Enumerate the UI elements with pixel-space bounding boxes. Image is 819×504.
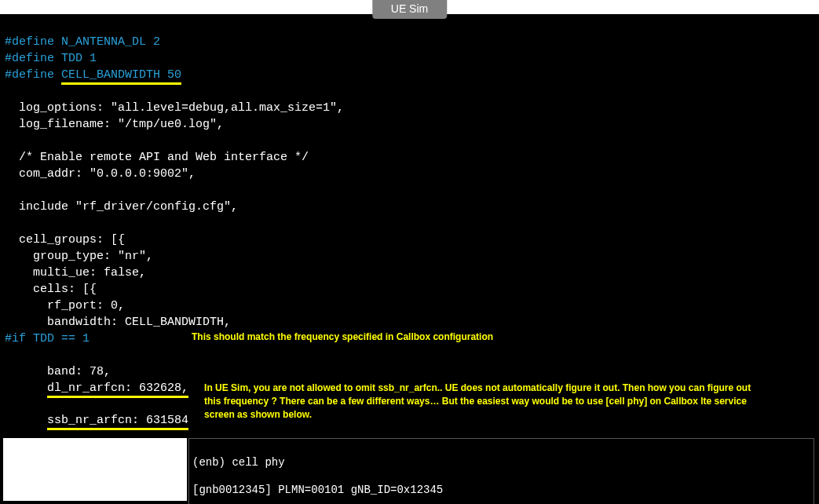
define-cell-bw-pre: #define	[5, 68, 61, 82]
multi-ue: multi_ue: false,	[5, 266, 146, 279]
code-block: #define N_ANTENNA_DL 2 #define TDD 1 #de…	[0, 14, 819, 462]
ssb-arfcn-pre	[5, 414, 47, 427]
cli-prompt: (enb) cell phy	[192, 456, 810, 469]
annotation-freq-match: This should match the frequency specifie…	[90, 331, 493, 344]
define-n-antenna: #define N_ANTENNA_DL 2	[5, 35, 160, 49]
include-line: include "rf_driver/config.cfg",	[5, 200, 238, 214]
com-addr: com_addr: "0.0.0.0:9002",	[5, 167, 196, 181]
bandwidth: bandwidth: CELL_BANDWIDTH,	[5, 316, 231, 329]
if-tdd: #if TDD == 1	[5, 331, 90, 347]
cli-output: (enb) cell phy [gnb0012345] PLMN=00101 g…	[188, 438, 814, 504]
define-tdd: #define TDD 1	[5, 52, 97, 65]
annotation-ssb-explain: In UE Sim, you are not allowed to omit s…	[188, 380, 770, 421]
cell-groups-open: cell_groups: [{	[5, 233, 125, 247]
log-filename: log_filename: "/tmp/ue0.log",	[5, 118, 224, 131]
cells-open: cells: [{	[5, 283, 97, 296]
band: band: 78,	[5, 365, 111, 378]
dl-arfcn-pre	[5, 382, 47, 395]
tab-ue-sim[interactable]: UE Sim	[372, 0, 447, 19]
define-cell-bw: CELL_BANDWIDTH 50	[61, 68, 181, 85]
cli-gnb-id: [gnb0012345] PLMN=00101 gNB_ID=0x12345	[192, 484, 810, 496]
rf-port: rf_port: 0,	[5, 299, 125, 312]
white-strip	[3, 438, 187, 501]
comment-remote-api: /* Enable remote API and Web interface *…	[5, 151, 309, 164]
ssb-nr-arfcn: ssb_nr_arfcn: 631584	[47, 414, 188, 430]
group-type: group_type: "nr",	[5, 250, 153, 263]
log-options: log_options: "all.level=debug,all.max_si…	[5, 101, 344, 115]
dl-nr-arfcn: dl_nr_arfcn: 632628,	[47, 382, 188, 398]
